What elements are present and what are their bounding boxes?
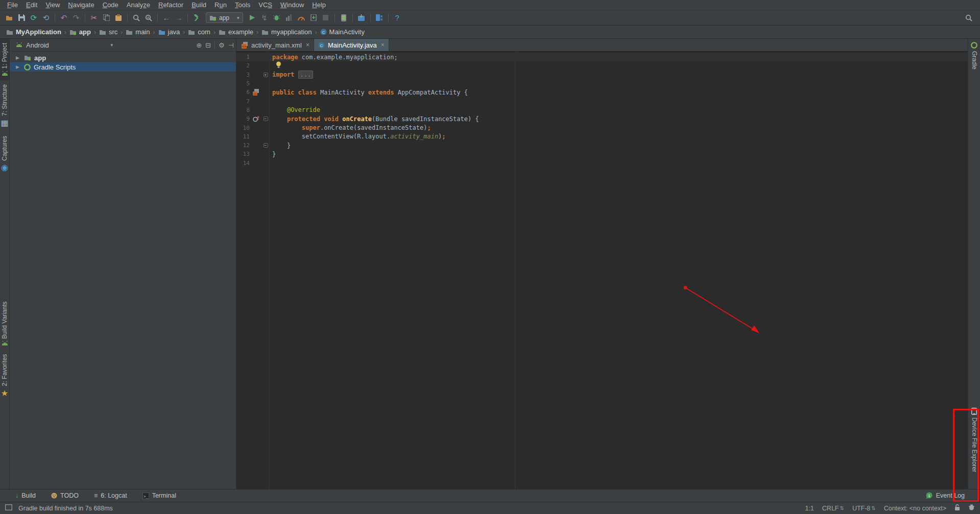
replace-icon[interactable]: A (142, 12, 155, 24)
tool-window-terminal[interactable]: >_Terminal (142, 492, 176, 499)
tool-button-1-project[interactable]: 1: Project (0, 39, 9, 80)
fold-marker[interactable]: − (264, 116, 268, 121)
search-everywhere-icon[interactable] (963, 12, 975, 24)
help-icon[interactable]: ? (391, 12, 403, 24)
menu-help[interactable]: Help (308, 0, 330, 10)
device-file-explorer-button[interactable]: Device File Explorer (970, 405, 979, 475)
code-line[interactable]: 9 − protected void onCreate(Bundle saved… (236, 114, 968, 123)
close-tab-icon[interactable]: × (381, 41, 385, 49)
open-icon[interactable] (3, 12, 15, 24)
profiler-icon[interactable] (295, 12, 307, 24)
build-hammer-icon[interactable] (190, 12, 203, 24)
menu-view[interactable]: View (41, 0, 64, 10)
tool-button-2-favorites[interactable]: 2: Favorites★ (0, 350, 9, 402)
copy-icon[interactable] (100, 12, 112, 24)
editor-tab-activity_main.xml[interactable]: <>activity_main.xml× (237, 39, 314, 51)
hide-panel-icon[interactable]: ⊣ (228, 41, 234, 49)
redo-icon[interactable]: ↷ (70, 12, 82, 24)
code-line[interactable]: 14 (236, 159, 968, 168)
apply-changes-icon[interactable]: ↯ (258, 12, 271, 24)
gradle-icon (24, 64, 31, 71)
code-line[interactable]: 12 − } (236, 141, 968, 150)
stop-icon[interactable] (320, 12, 332, 24)
restore-tool-windows-icon[interactable] (5, 504, 12, 512)
highlighting-level-icon[interactable] (968, 504, 975, 512)
menu-vcs[interactable]: VCS (254, 0, 276, 10)
tool-button-7-structure[interactable]: 7: Structure▦ (0, 80, 10, 132)
run-configuration-dropdown[interactable]: app▾ (206, 12, 243, 23)
menu-analyze[interactable]: Analyze (123, 0, 154, 10)
menu-file[interactable]: File (3, 0, 22, 10)
run-icon[interactable] (246, 12, 258, 24)
tool-button-build-variants[interactable]: Build Variants (0, 297, 9, 350)
code-line[interactable]: 7 (236, 97, 968, 105)
status-1[interactable]: 1:1⇅ (805, 505, 814, 512)
breadcrumb-item-myapplication[interactable]: myapplication (260, 28, 313, 36)
menu-edit[interactable]: Edit (22, 0, 41, 10)
save-icon[interactable] (15, 12, 28, 24)
expand-arrow-icon[interactable]: ▶ (16, 55, 21, 60)
breadcrumb-item-example[interactable]: example (218, 28, 254, 36)
breadcrumb-item-app[interactable]: app (68, 28, 92, 36)
breadcrumb-item-main[interactable]: main (125, 28, 151, 36)
menu-code[interactable]: Code (99, 0, 123, 10)
sync-icon[interactable]: ⟳ (28, 12, 40, 24)
gradle-sync-icon[interactable]: ⟲ (40, 12, 52, 24)
code-line[interactable]: 13 } (236, 150, 968, 158)
event-log-button[interactable]: 1Event Log (925, 492, 965, 499)
menu-tools[interactable]: Tools (231, 0, 254, 10)
breadcrumb-item-myapplication[interactable]: MyApplication (5, 28, 62, 36)
status-crlf[interactable]: CRLF⇅ (822, 505, 844, 512)
breadcrumb-item-java[interactable]: java (157, 28, 181, 36)
left-tool-strip: 1: Project 7: Structure▦ Captures◉ Build… (0, 39, 10, 489)
menu-build[interactable]: Build (187, 0, 210, 10)
code-line[interactable]: 2 (236, 61, 968, 70)
code-line[interactable]: 6 <> public class MainActivity extends A… (236, 88, 968, 97)
breadcrumb-item-com[interactable]: com (187, 28, 211, 36)
collapse-all-icon[interactable]: ⊟ (205, 41, 211, 49)
tree-row-gradle-scripts[interactable]: ▶ Gradle Scripts (10, 62, 236, 72)
avd-manager-icon[interactable] (338, 12, 350, 24)
tool-window-build[interactable]: ↓Build (15, 492, 36, 499)
menu-refactor[interactable]: Refactor (154, 0, 187, 10)
code-line[interactable]: 8 @Override (236, 106, 968, 114)
tool-button-captures[interactable]: Captures◉ (0, 132, 9, 177)
menu-run[interactable]: Run (210, 0, 231, 10)
breadcrumb-item-mainactivity[interactable]: CMainActivity (319, 28, 366, 36)
menu-navigate[interactable]: Navigate (64, 0, 98, 10)
cut-icon[interactable]: ✂ (88, 12, 100, 24)
expand-arrow-icon[interactable]: ▶ (16, 64, 21, 69)
status-context[interactable]: Context: <no context>⇅ (884, 505, 946, 512)
gradle-tool-button[interactable]: Gradle (970, 39, 979, 73)
code-line[interactable]: 11 setContentView(R.layout.activity_main… (236, 132, 968, 141)
close-tab-icon[interactable]: × (306, 41, 309, 49)
fold-marker[interactable]: + (264, 73, 268, 77)
lock-icon[interactable] (954, 504, 960, 512)
status-utf-8[interactable]: UTF-8⇅ (852, 505, 876, 512)
code-editor[interactable]: ✓ 1 package com.example.myapplication; 2… (236, 52, 968, 489)
project-view-selector[interactable]: Android▾ (16, 41, 113, 49)
tree-row-app[interactable]: ▶ app (10, 53, 236, 62)
tool-window-todo[interactable]: TODO (51, 492, 79, 499)
find-icon[interactable] (130, 12, 142, 24)
back-icon[interactable]: ← (160, 12, 173, 24)
breadcrumb-item-src[interactable]: src (98, 28, 118, 36)
attach-debugger-icon[interactable] (307, 12, 320, 24)
locate-icon[interactable]: ⊕ (196, 41, 202, 49)
editor-tab-mainactivity.java[interactable]: CMainActivity.java× (314, 39, 389, 51)
profile-icon[interactable] (283, 12, 295, 24)
settings-gear-icon[interactable]: ⚙ (219, 41, 225, 49)
code-line[interactable]: 3 + import ... (236, 71, 968, 79)
code-line[interactable]: 10 super.onCreate(savedInstanceState); (236, 123, 968, 132)
undo-icon[interactable]: ↶ (58, 12, 70, 24)
layout-inspector-icon[interactable] (373, 12, 386, 24)
forward-icon[interactable]: → (173, 12, 185, 24)
code-line[interactable]: 1 package com.example.myapplication; (236, 53, 968, 61)
fold-marker[interactable]: − (264, 143, 268, 148)
code-line[interactable]: 5 (236, 79, 968, 88)
sdk-manager-icon[interactable] (355, 12, 368, 24)
tool-window-6-logcat[interactable]: ≡6: Logcat (94, 492, 127, 499)
debug-icon[interactable] (271, 12, 283, 24)
menu-window[interactable]: Window (276, 0, 308, 10)
paste-icon[interactable] (112, 12, 125, 24)
